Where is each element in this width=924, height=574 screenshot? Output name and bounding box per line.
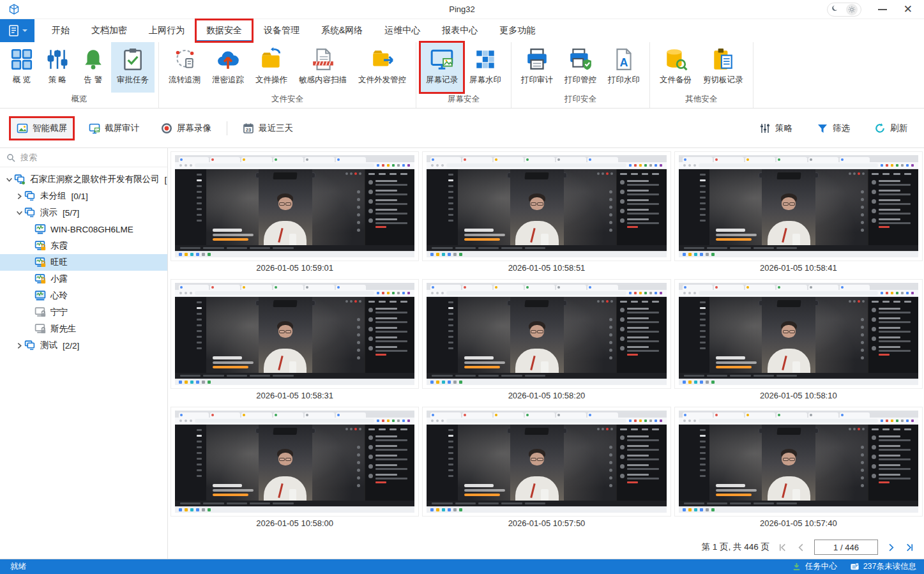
first-page-button[interactable] xyxy=(777,542,788,553)
page-input[interactable] xyxy=(814,540,878,555)
tree-item-未分组[interactable]: 未分组[0/1] xyxy=(0,188,167,204)
ribbon: 概 览策 略告 警审批任务概览流转追溯泄密追踪文件操作敏感内容扫描文件外发管控文… xyxy=(0,42,924,109)
chevron-right-icon[interactable] xyxy=(14,192,24,200)
ribbon-button-打印水印[interactable]: A打印水印 xyxy=(602,42,646,93)
chevron-down-icon[interactable] xyxy=(4,176,14,183)
toolbar-button-策略[interactable]: 策略 xyxy=(753,117,799,139)
tree-item-旺旺[interactable]: 旺旺 xyxy=(0,254,167,271)
tree-item-WIN-BRC08GH6LME[interactable]: WIN-BRC08GH6LME xyxy=(0,221,167,238)
tab-开始[interactable]: 开始 xyxy=(41,19,80,42)
toolbar-button-label: 最近三天 xyxy=(259,123,293,134)
toolbar-button-屏幕录像[interactable]: 屏幕录像 xyxy=(155,117,218,139)
last-page-button[interactable] xyxy=(904,542,915,553)
refresh-icon xyxy=(874,123,886,134)
screenshot-thumbnail[interactable] xyxy=(422,151,670,261)
org-icon xyxy=(14,174,26,185)
task-center-button[interactable]: 任务中心 xyxy=(792,561,837,572)
tab-更多功能[interactable]: 更多功能 xyxy=(489,19,546,42)
ribbon-button-概览[interactable]: 概 览 xyxy=(4,42,40,93)
toolbar-button-智能截屏[interactable]: 智能截屏 xyxy=(10,117,73,139)
screenshot-thumbnail[interactable] xyxy=(674,151,923,261)
ribbon-button-剪切板记录[interactable]: 剪切板记录 xyxy=(697,42,749,93)
tab-数据安全[interactable]: 数据安全 xyxy=(195,19,253,42)
sidebar: 石家庄洞察之眼软件开发有限公司[7/1...未分组[0/1]演示[5/7]WIN… xyxy=(0,148,168,559)
chevron-down-icon xyxy=(22,29,27,33)
toolbar-button-label: 屏幕录像 xyxy=(177,123,211,134)
theme-toggle[interactable] xyxy=(827,3,861,17)
tab-文档加密[interactable]: 文档加密 xyxy=(80,19,138,42)
toolbar-button-筛选[interactable]: 筛选 xyxy=(810,117,856,139)
screenshot-thumbnail[interactable] xyxy=(170,407,419,517)
message-icon xyxy=(850,562,860,571)
screenshot-thumbnail[interactable] xyxy=(422,279,670,389)
close-button[interactable]: ✕ xyxy=(904,4,913,15)
tree-item-演示[interactable]: 演示[5/7] xyxy=(0,204,167,221)
ribbon-button-label: 概 览 xyxy=(13,75,31,86)
tree-item-斯先生[interactable]: 斯先生 xyxy=(0,321,167,337)
ribbon-button-打印管控[interactable]: 打印管控 xyxy=(559,42,602,93)
unread-messages-button[interactable]: 237条未读信息 xyxy=(850,561,916,572)
toolbar-button-截屏审计[interactable]: 截屏审计 xyxy=(82,117,146,139)
ribbon-button-文件备份[interactable]: 文件备份 xyxy=(654,42,697,93)
svg-text:A: A xyxy=(620,56,628,69)
download-icon xyxy=(792,562,801,571)
ribbon-button-敏感内容扫描[interactable]: 敏感内容扫描 xyxy=(293,42,352,93)
ribbon-button-流转追溯[interactable]: 流转追溯 xyxy=(163,42,206,93)
ribbon-button-屏幕水印[interactable]: 屏幕水印 xyxy=(464,42,507,93)
screenshot-cell: 2026-01-05 10:57:40 xyxy=(674,407,923,532)
file-ops-icon xyxy=(259,47,284,72)
search-icon xyxy=(6,153,15,162)
ribbon-button-打印审计[interactable]: 打印审计 xyxy=(515,42,559,93)
print-audit-icon xyxy=(525,47,549,72)
video-person xyxy=(510,425,564,501)
tree-item-东霞[interactable]: 东霞 xyxy=(0,238,167,254)
app-menu-button[interactable] xyxy=(0,19,34,42)
ribbon-button-告警[interactable]: 告 警 xyxy=(75,42,111,93)
tab-报表中心[interactable]: 报表中心 xyxy=(431,19,489,42)
previous-page-button[interactable] xyxy=(796,542,807,553)
ribbon-button-泄密追踪[interactable]: 泄密追踪 xyxy=(206,42,250,93)
tree-item-心玲[interactable]: 心玲 xyxy=(0,287,167,304)
ribbon-button-策略[interactable]: 策 略 xyxy=(40,42,75,93)
ribbon-button-label: 流转追溯 xyxy=(169,75,201,86)
moon-icon[interactable] xyxy=(831,4,839,15)
tab-运维中心[interactable]: 运维中心 xyxy=(374,19,431,42)
screenshot-image xyxy=(427,411,666,513)
sun-icon[interactable] xyxy=(846,4,858,15)
ribbon-button-label: 文件外发管控 xyxy=(358,75,406,86)
svg-text:23: 23 xyxy=(246,126,251,132)
toolbar-button-最近三天[interactable]: 23最近三天 xyxy=(236,117,299,139)
tab-系统&网络[interactable]: 系统&网络 xyxy=(310,19,374,42)
chevron-down-icon[interactable] xyxy=(14,209,24,216)
tree-item-label: 斯先生 xyxy=(50,323,77,335)
tree-item-宁宁[interactable]: 宁宁 xyxy=(0,304,167,321)
screenshot-thumbnail[interactable] xyxy=(422,407,670,517)
chevron-right-icon[interactable] xyxy=(14,342,24,349)
screenshot-thumbnail[interactable] xyxy=(674,279,923,389)
ribbon-button-文件外发管控[interactable]: 文件外发管控 xyxy=(352,42,412,93)
group-icon xyxy=(24,191,36,202)
tree-item-label: 测试 xyxy=(40,340,57,351)
tab-上网行为[interactable]: 上网行为 xyxy=(138,19,195,42)
print-watermark-icon: A xyxy=(612,47,636,72)
video-person xyxy=(762,425,815,501)
pc-online-icon xyxy=(34,224,46,235)
next-page-button[interactable] xyxy=(886,542,897,553)
video-person xyxy=(762,169,815,245)
screenshot-thumbnail[interactable] xyxy=(170,151,419,261)
minimize-button[interactable] xyxy=(878,9,887,10)
screenshot-image xyxy=(175,283,414,385)
toolbar-button-刷新[interactable]: 刷新 xyxy=(868,117,914,139)
tab-设备管理[interactable]: 设备管理 xyxy=(253,19,310,42)
tree-item-label: 宁宁 xyxy=(50,306,68,318)
ribbon-button-审批任务[interactable]: 审批任务 xyxy=(111,42,155,93)
screenshot-thumbnail[interactable] xyxy=(674,407,923,517)
ribbon-button-文件操作[interactable]: 文件操作 xyxy=(250,42,293,93)
group-icon xyxy=(24,340,36,351)
tree-item-小露[interactable]: 小露 xyxy=(0,271,167,287)
tree-item-测试[interactable]: 测试[2/2] xyxy=(0,337,167,354)
tree-item-石家庄洞察之眼软件开发有限公司[interactable]: 石家庄洞察之眼软件开发有限公司[7/1... xyxy=(0,171,167,188)
screenshot-thumbnail[interactable] xyxy=(170,279,419,389)
search-input[interactable] xyxy=(20,153,161,162)
ribbon-button-屏幕记录[interactable]: 屏幕记录 xyxy=(420,42,464,93)
